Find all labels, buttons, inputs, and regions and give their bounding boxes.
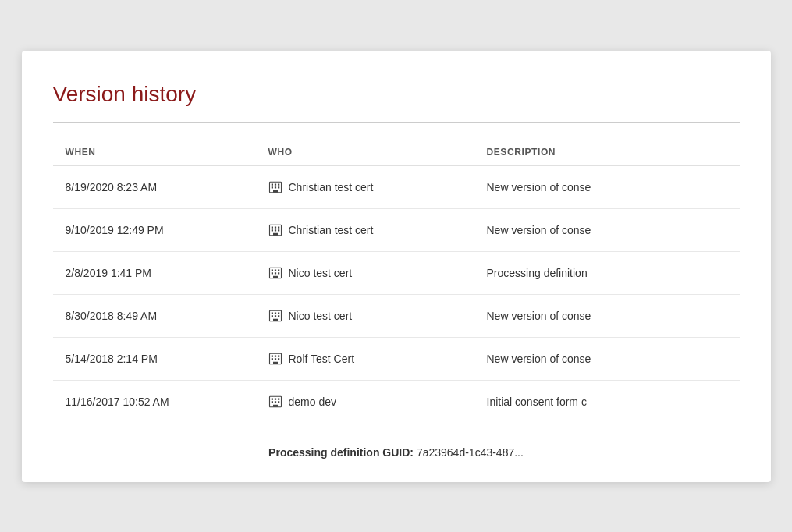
svg-rect-30	[278, 315, 279, 317]
who-name: Christian test cert	[289, 224, 374, 236]
table-row: 11/16/2017 10:52 AM demo devInitial cons…	[53, 380, 740, 423]
svg-rect-27	[278, 312, 279, 314]
svg-rect-15	[273, 232, 278, 235]
svg-rect-14	[278, 229, 279, 231]
building-icon	[268, 309, 282, 323]
svg-rect-7	[273, 190, 278, 192]
svg-rect-10	[274, 226, 275, 228]
column-header-when: WHEN	[53, 139, 256, 166]
svg-rect-38	[278, 358, 279, 360]
svg-rect-26	[274, 312, 275, 314]
who-name: demo dev	[289, 395, 336, 408]
cell-description: Initial consent form c	[474, 380, 740, 423]
svg-rect-20	[271, 272, 272, 274]
svg-rect-44	[271, 401, 272, 403]
svg-rect-31	[273, 318, 278, 321]
svg-rect-28	[271, 315, 272, 317]
guid-value: 7a23964d-1c43-487...	[417, 446, 524, 459]
svg-rect-9	[271, 226, 272, 228]
cell-who: Nico test cert	[256, 294, 474, 337]
svg-rect-41	[271, 398, 272, 399]
building-icon	[268, 352, 282, 366]
svg-rect-29	[274, 315, 275, 317]
svg-rect-4	[271, 186, 272, 188]
cell-when: 8/19/2020 8:23 AM	[53, 165, 256, 208]
who-name: Christian test cert	[289, 181, 374, 193]
svg-rect-33	[271, 355, 272, 356]
svg-rect-12	[271, 229, 272, 231]
svg-rect-19	[278, 269, 279, 271]
cell-when: 9/10/2019 12:49 PM	[53, 208, 256, 251]
cell-description: New version of conse	[474, 208, 740, 251]
svg-rect-6	[278, 186, 279, 188]
column-header-who: WHO	[256, 139, 474, 166]
who-name: Rolf Test Cert	[289, 353, 355, 365]
svg-rect-18	[274, 269, 275, 271]
svg-rect-13	[274, 229, 275, 231]
table-row: 8/30/2018 8:49 AM Nico test certNew vers…	[53, 294, 740, 337]
svg-rect-47	[273, 404, 278, 406]
building-icon	[268, 395, 282, 409]
cell-description: New version of conse	[474, 165, 740, 208]
table-row: 2/8/2019 1:41 PM Nico test certProcessin…	[53, 251, 740, 294]
svg-rect-5	[274, 186, 275, 188]
svg-rect-46	[278, 401, 279, 403]
svg-rect-3	[278, 183, 279, 185]
cell-when: 11/16/2017 10:52 AM	[53, 380, 256, 423]
building-icon	[268, 266, 282, 280]
svg-rect-22	[278, 272, 279, 274]
table-row: 9/10/2019 12:49 PM Christian test certNe…	[53, 208, 740, 251]
table-header-row: WHEN WHO DESCRIPTION	[53, 139, 740, 166]
table-row: 8/19/2020 8:23 AM Christian test certNew…	[53, 165, 740, 208]
svg-rect-21	[274, 272, 275, 274]
who-name: Nico test cert	[289, 267, 353, 279]
cell-who: Rolf Test Cert	[256, 337, 474, 380]
version-history-table: WHEN WHO DESCRIPTION 8/19/2020 8:23 AM C…	[53, 139, 740, 423]
svg-rect-43	[278, 398, 279, 399]
version-history-card: Version history WHEN WHO DESCRIPTION 8/1…	[22, 51, 771, 482]
svg-rect-42	[274, 398, 275, 399]
svg-rect-11	[278, 226, 279, 228]
guid-footer: Processing definition GUID: 7a23964d-1c4…	[53, 446, 740, 459]
cell-when: 8/30/2018 8:49 AM	[53, 294, 256, 337]
cell-when: 5/14/2018 2:14 PM	[53, 337, 256, 380]
divider	[53, 122, 740, 123]
table-row: 5/14/2018 2:14 PM Rolf Test CertNew vers…	[53, 337, 740, 380]
building-icon	[268, 180, 282, 194]
svg-rect-17	[271, 269, 272, 271]
svg-rect-45	[274, 401, 275, 403]
svg-rect-1	[271, 183, 272, 185]
cell-who: demo dev	[256, 380, 474, 423]
svg-rect-34	[274, 355, 275, 356]
cell-when: 2/8/2019 1:41 PM	[53, 251, 256, 294]
svg-rect-36	[271, 358, 272, 360]
building-icon	[268, 223, 282, 237]
svg-rect-35	[278, 355, 279, 356]
svg-rect-2	[274, 183, 275, 185]
cell-who: Nico test cert	[256, 251, 474, 294]
cell-description: New version of conse	[474, 337, 740, 380]
svg-rect-39	[273, 361, 278, 364]
who-name: Nico test cert	[289, 310, 353, 322]
guid-label: Processing definition GUID:	[268, 446, 414, 459]
svg-rect-23	[273, 275, 278, 278]
column-header-description: DESCRIPTION	[474, 139, 740, 166]
svg-rect-37	[274, 358, 275, 360]
cell-description: New version of conse	[474, 294, 740, 337]
page-title: Version history	[53, 82, 740, 107]
cell-who: Christian test cert	[256, 208, 474, 251]
cell-who: Christian test cert	[256, 165, 474, 208]
cell-description: Processing definition	[474, 251, 740, 294]
svg-rect-25	[271, 312, 272, 314]
